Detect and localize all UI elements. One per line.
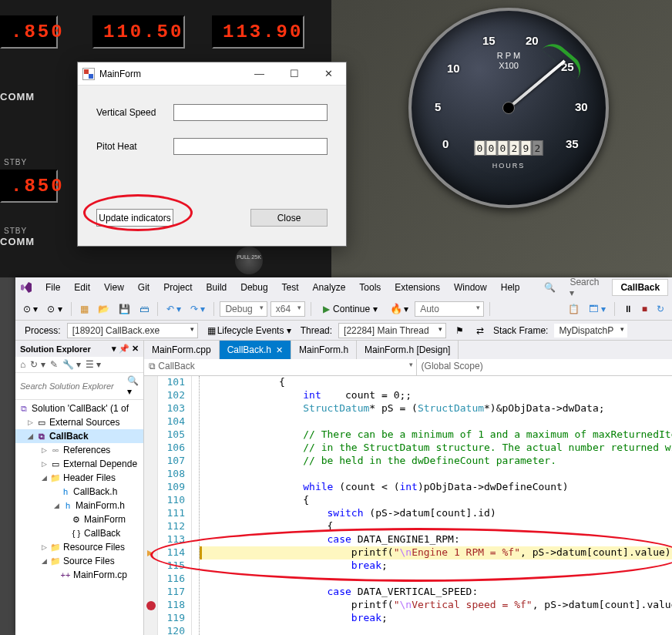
context-scope[interactable]: (Global Scope) xyxy=(417,359,672,375)
auto-dropdown[interactable]: Auto xyxy=(415,301,484,317)
tree-external-sources[interactable]: ▷▭External Sources xyxy=(15,415,143,429)
tab-callback-h[interactable]: CallBack.h✕ xyxy=(220,341,291,359)
tree-references[interactable]: ▷▫▫References xyxy=(15,443,143,457)
stackframe-dropdown[interactable]: MyDispatchP xyxy=(554,324,627,338)
restart-button[interactable]: ↻ xyxy=(654,301,667,317)
save-all-button[interactable]: 🗃 xyxy=(136,301,152,317)
tree-solution[interactable]: ⧉Solution 'CallBack' (1 of xyxy=(15,401,143,415)
continue-button[interactable]: ▶Continue ▾ xyxy=(317,302,384,316)
code-text[interactable]: { int count = 0;; StructDatum* pS = (Str… xyxy=(192,376,672,635)
tab-mainform-h[interactable]: MainForm.h xyxy=(291,341,357,359)
vs-logo-icon xyxy=(20,280,32,295)
search-box[interactable]: 🔍Search ▾ xyxy=(534,273,609,302)
tb-icon-2[interactable]: 🗔 ▾ xyxy=(586,301,608,317)
process-dropdown[interactable]: [18920] CallBack.exe xyxy=(67,323,198,338)
undo-button[interactable]: ↶ ▾ xyxy=(163,301,184,317)
sol-wrench-icon[interactable]: 🔧 ▾ xyxy=(62,359,81,370)
menu-build[interactable]: Build xyxy=(201,280,233,295)
sol-brush-icon[interactable]: ✎ xyxy=(50,359,58,370)
tree-mainform-h[interactable]: ◢hMainForm.h xyxy=(15,499,143,512)
menu-edit[interactable]: Edit xyxy=(69,280,96,295)
titlebar[interactable]: MainForm — ☐ ✕ xyxy=(78,62,346,86)
pull-knob: PULL 25K xyxy=(235,247,263,274)
current-line-arrow-icon xyxy=(146,549,156,558)
outline-gutter[interactable] xyxy=(192,376,200,635)
tree-callback-ns[interactable]: { }CallBack xyxy=(15,526,143,540)
lifecycle-button[interactable]: ▦ Lifecycle Events ▾ xyxy=(204,323,294,338)
pause-button[interactable]: ⏸ xyxy=(620,301,636,317)
menu-project[interactable]: Project xyxy=(158,280,197,295)
platform-dropdown[interactable]: x64 xyxy=(270,301,305,317)
menu-test[interactable]: Test xyxy=(277,280,304,295)
hot-reload-button[interactable]: 🔥▾ xyxy=(387,301,412,317)
flame-icon: 🔥 xyxy=(390,303,402,314)
solution-config-pill[interactable]: CallBack xyxy=(612,279,668,296)
menu-window[interactable]: Window xyxy=(449,280,492,295)
flag-icon[interactable]: ⚑ xyxy=(452,323,467,338)
menu-debug[interactable]: Debug xyxy=(235,280,273,295)
thread-dropdown[interactable]: [22284] Main Thread xyxy=(338,323,446,338)
tree-header-files[interactable]: ◢📁Header Files xyxy=(15,471,143,485)
auto-hide-icon[interactable]: ▾ 📌 ✕ xyxy=(112,344,139,354)
tree-external-deps[interactable]: ▷▭External Depende xyxy=(15,457,143,471)
freq-display-3: 113.90 xyxy=(212,15,304,49)
nav-back-button[interactable]: ⊙ ▾ xyxy=(20,301,41,317)
save-button[interactable]: 💾 xyxy=(116,301,133,317)
config-dropdown[interactable]: Debug xyxy=(220,301,267,317)
tree-mainform-cpp[interactable]: ++MainForm.cp xyxy=(15,568,143,582)
vspeed-input[interactable] xyxy=(173,104,328,121)
search-icon: 🔍 xyxy=(539,280,561,295)
menu-help[interactable]: Help xyxy=(496,280,526,295)
tree-callback-h[interactable]: hCallBack.h xyxy=(15,485,143,499)
update-indicators-button[interactable]: Update indicators xyxy=(96,209,173,227)
close-button[interactable]: Close xyxy=(250,209,328,227)
visual-studio-window: File Edit View Git Project Build Debug T… xyxy=(15,277,672,635)
sol-home-icon[interactable]: ⌂ xyxy=(20,359,25,370)
mainform-window: MainForm — ☐ ✕ Vertical Speed Pitot Heat… xyxy=(77,62,347,247)
menu-git[interactable]: Git xyxy=(133,280,155,295)
pitot-input[interactable] xyxy=(173,138,328,155)
toolbar: ⊙ ▾ ⊙ ▾ ▦ 📂 💾 🗃 ↶ ▾ ↷ ▾ Debug x64 ▶Conti… xyxy=(15,297,672,321)
menu-analyze[interactable]: Analyze xyxy=(307,280,351,295)
minimize-button[interactable]: — xyxy=(242,62,277,85)
tree-project-callback[interactable]: ◢⧉CallBack xyxy=(15,429,143,443)
context-project[interactable]: ⧉ CallBack xyxy=(144,359,417,375)
solution-toolbar: ⌂ ↻ ▾ ✎ 🔧 ▾ ☰ ▾ xyxy=(15,357,143,373)
solution-search[interactable]: 🔍 ▾ xyxy=(15,373,143,400)
menu-extensions[interactable]: Extensions xyxy=(389,280,445,295)
stop-button[interactable]: ■ xyxy=(639,301,650,317)
comm-label-2: COMM xyxy=(0,236,35,247)
tick-35: 35 xyxy=(566,137,579,150)
solution-search-input[interactable] xyxy=(20,381,127,391)
maximize-button[interactable]: ☐ xyxy=(277,62,311,85)
solution-tree[interactable]: ⧉Solution 'CallBack' (1 of ▷▭External So… xyxy=(15,400,143,635)
tb-icon-1[interactable]: 📋 xyxy=(565,301,583,317)
tab-mainform-design[interactable]: MainForm.h [Design] xyxy=(357,341,459,359)
tree-resource-files[interactable]: ▷📁Resource Files xyxy=(15,540,143,554)
tab-mainform-cpp[interactable]: MainForm.cpp xyxy=(144,341,220,359)
window-title: MainForm xyxy=(99,69,242,79)
stackframe-label: Stack Frame: xyxy=(493,325,548,336)
redo-button[interactable]: ↷ ▾ xyxy=(187,301,208,317)
play-icon: ▶ xyxy=(323,304,330,314)
line-numbers: 101 102 103 104 105 106 107 108 109 110 … xyxy=(158,376,192,635)
close-icon[interactable]: ✕ xyxy=(276,345,283,355)
open-button[interactable]: 📂 xyxy=(95,301,113,317)
nav-fwd-button[interactable]: ⊙ ▾ xyxy=(44,301,65,317)
app-icon xyxy=(82,68,95,80)
menu-view[interactable]: View xyxy=(99,280,129,295)
close-window-button[interactable]: ✕ xyxy=(311,62,346,85)
tree-source-files[interactable]: ◢📁Source Files xyxy=(15,554,143,568)
solution-explorer-title: Solution Explorer ▾ 📌 ✕ xyxy=(15,341,143,357)
threads-icon[interactable]: ⇄ xyxy=(473,323,487,338)
tree-mainform-class[interactable]: ⚙MainForm xyxy=(15,512,143,526)
menu-tools[interactable]: Tools xyxy=(354,280,386,295)
sol-refresh-icon[interactable]: ↻ ▾ xyxy=(30,359,45,370)
editor-tabs: MainForm.cpp CallBack.h✕ MainForm.h Main… xyxy=(144,341,672,359)
sol-filter-icon[interactable]: ☰ ▾ xyxy=(86,359,101,370)
breakpoint-icon[interactable] xyxy=(146,601,156,610)
code-area[interactable]: 101 102 103 104 105 106 107 108 109 110 … xyxy=(144,376,672,635)
new-item-button[interactable]: ▦ xyxy=(77,301,92,317)
menu-file[interactable]: File xyxy=(40,280,66,295)
breakpoint-gutter[interactable] xyxy=(144,376,158,635)
